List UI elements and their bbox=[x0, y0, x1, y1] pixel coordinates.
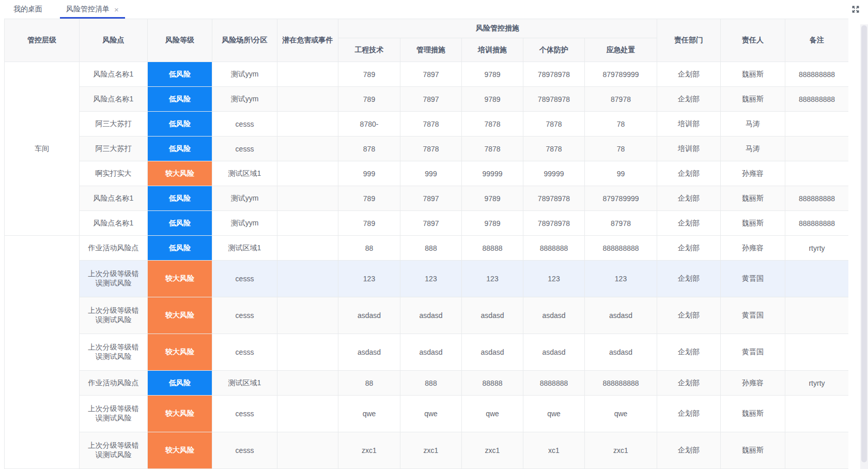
measure-emergency-cell: 879789999 bbox=[585, 186, 657, 211]
header-risk-area: 风险场所\分区 bbox=[212, 19, 277, 62]
measure-emergency-cell: zxc1 bbox=[585, 432, 657, 469]
risk-level-badge: 较大风险 bbox=[148, 396, 212, 432]
measure-engineering-cell: 878 bbox=[338, 137, 400, 161]
measure-protection-cell: 78978978 bbox=[523, 62, 585, 87]
header-person: 责任人 bbox=[721, 19, 785, 62]
risk-point-cell: 风险点名称1 bbox=[80, 186, 148, 211]
measure-training-cell: qwe bbox=[462, 396, 523, 432]
department-cell: 企划部 bbox=[657, 87, 721, 112]
measure-engineering-cell: 789 bbox=[338, 186, 400, 211]
measure-management-cell: asdasd bbox=[400, 297, 462, 334]
measure-engineering-cell: 789 bbox=[338, 211, 400, 236]
risk-area-cell: cesss bbox=[212, 112, 277, 137]
risk-point-cell: 上次分级等级错误测试风险 bbox=[80, 396, 148, 432]
tab-risk-control-list-label: 风险管控清单 bbox=[66, 5, 110, 14]
remark-cell bbox=[785, 161, 849, 186]
risk-point-cell: 上次分级等级错误测试风险 bbox=[80, 334, 148, 371]
remark-cell bbox=[785, 334, 849, 371]
potential-hazard-cell bbox=[277, 432, 338, 469]
remark-cell: 888888888 bbox=[785, 186, 849, 211]
table-row[interactable]: 阿三大苏打低风险cesss87878787878787878培训部马涛 bbox=[5, 137, 849, 161]
measure-training-cell: zxc1 bbox=[462, 432, 523, 469]
header-measure-management: 管理措施 bbox=[400, 38, 462, 62]
table-row[interactable]: 风险点名称1低风险测试yym789789797897897897887978企划… bbox=[5, 211, 849, 236]
risk-control-table: 管控层级 风险点 风险等级 风险场所\分区 潜在危害或事件 风险管控措施 责任部… bbox=[4, 19, 848, 469]
person-cell: 孙雍容 bbox=[721, 161, 785, 186]
table-row[interactable]: 车间风险点名称1低风险测试yym789789797897897897887978… bbox=[5, 62, 849, 87]
department-cell: 企划部 bbox=[657, 261, 721, 297]
risk-point-cell: 上次分级等级错误测试风险 bbox=[80, 432, 148, 469]
person-cell: 马涛 bbox=[721, 137, 785, 161]
measure-protection-cell: 8888888 bbox=[523, 371, 585, 396]
remark-cell bbox=[785, 396, 849, 432]
person-cell: 孙雍容 bbox=[721, 236, 785, 261]
vertical-scrollbar-thumb[interactable] bbox=[861, 25, 867, 462]
measure-protection-cell: asdasd bbox=[523, 297, 585, 334]
measure-training-cell: 88888 bbox=[462, 236, 523, 261]
measure-training-cell: asdasd bbox=[462, 334, 523, 371]
risk-level-badge: 低风险 bbox=[148, 62, 212, 87]
measure-emergency-cell: asdasd bbox=[585, 334, 657, 371]
table-row[interactable]: 作业活动风险点低风险测试区域18888888888888888888888888… bbox=[5, 236, 849, 261]
measure-protection-cell: asdasd bbox=[523, 334, 585, 371]
department-cell: 企划部 bbox=[657, 297, 721, 334]
header-potential-hazard: 潜在危害或事件 bbox=[277, 19, 338, 62]
potential-hazard-cell bbox=[277, 261, 338, 297]
measure-training-cell: asdasd bbox=[462, 297, 523, 334]
department-cell: 企划部 bbox=[657, 334, 721, 371]
risk-area-cell: 测试区域1 bbox=[212, 371, 277, 396]
measure-management-cell: 7897 bbox=[400, 211, 462, 236]
measure-emergency-cell: 99 bbox=[585, 161, 657, 186]
table-row[interactable]: 上次分级等级错误测试风险较大风险cessszxc1zxc1zxc1xc1zxc1… bbox=[5, 432, 849, 469]
risk-area-cell: 测试区域1 bbox=[212, 236, 277, 261]
potential-hazard-cell bbox=[277, 236, 338, 261]
department-cell: 企划部 bbox=[657, 186, 721, 211]
table-row[interactable]: 上次分级等级错误测试风险较大风险cesssqweqweqweqweqwe企划部魏… bbox=[5, 396, 849, 432]
measure-training-cell: 9789 bbox=[462, 87, 523, 112]
measure-emergency-cell: 888888888 bbox=[585, 371, 657, 396]
risk-area-cell: cesss bbox=[212, 334, 277, 371]
measure-management-cell: 888 bbox=[400, 371, 462, 396]
person-cell: 马涛 bbox=[721, 112, 785, 137]
measure-management-cell: 7897 bbox=[400, 186, 462, 211]
remark-cell bbox=[785, 137, 849, 161]
table-row[interactable]: 风险点名称1低风险测试yym789789797897897897887978企划… bbox=[5, 87, 849, 112]
close-tab-icon[interactable]: × bbox=[114, 6, 119, 13]
person-cell: 黄晋国 bbox=[721, 297, 785, 334]
risk-area-cell: cesss bbox=[212, 261, 277, 297]
risk-area-cell: 测试区域1 bbox=[212, 161, 277, 186]
table-row[interactable]: 上次分级等级错误测试风险较大风险cesss123123123123123企划部黄… bbox=[5, 261, 849, 297]
measure-management-cell: 123 bbox=[400, 261, 462, 297]
measure-management-cell: asdasd bbox=[400, 334, 462, 371]
measure-emergency-cell: asdasd bbox=[585, 297, 657, 334]
person-cell: 魏丽斯 bbox=[721, 186, 785, 211]
measure-emergency-cell: 888888888 bbox=[585, 236, 657, 261]
measure-training-cell: 88888 bbox=[462, 371, 523, 396]
measure-training-cell: 9789 bbox=[462, 62, 523, 87]
risk-area-cell: cesss bbox=[212, 432, 277, 469]
fullscreen-expand-icon[interactable] bbox=[851, 5, 860, 13]
measure-engineering-cell: 999 bbox=[338, 161, 400, 186]
measure-training-cell: 99999 bbox=[462, 161, 523, 186]
table-row[interactable]: 上次分级等级错误测试风险较大风险cesssasdasdasdasdasdasda… bbox=[5, 297, 849, 334]
table-row[interactable]: 上次分级等级错误测试风险较大风险cesssasdasdasdasdasdasda… bbox=[5, 334, 849, 371]
vertical-scrollbar[interactable] bbox=[860, 24, 868, 469]
risk-point-cell: 作业活动风险点 bbox=[80, 236, 148, 261]
table-row[interactable]: 阿三大苏打低风险cesss8780-78787878787878培训部马涛 bbox=[5, 112, 849, 137]
tab-risk-control-list[interactable]: 风险管控清单 × bbox=[63, 0, 122, 19]
remark-cell: 888888888 bbox=[785, 211, 849, 236]
department-cell: 企划部 bbox=[657, 396, 721, 432]
risk-area-cell: 测试yym bbox=[212, 62, 277, 87]
risk-level-badge: 较大风险 bbox=[148, 432, 212, 469]
table-row[interactable]: 啊实打实大较大风险测试区域1999999999999999999企划部孙雍容 bbox=[5, 161, 849, 186]
measure-engineering-cell: asdasd bbox=[338, 334, 400, 371]
tab-my-desktop[interactable]: 我的桌面 bbox=[10, 0, 45, 19]
header-risk-level: 风险等级 bbox=[148, 19, 212, 62]
table-row[interactable]: 作业活动风险点低风险测试区域18888888888888888888888888… bbox=[5, 371, 849, 396]
table-row[interactable]: 风险点名称1低风险测试yym78978979789789789788797899… bbox=[5, 186, 849, 211]
remark-cell bbox=[785, 112, 849, 137]
measure-emergency-cell: 87978 bbox=[585, 211, 657, 236]
table-header: 管控层级 风险点 风险等级 风险场所\分区 潜在危害或事件 风险管控措施 责任部… bbox=[5, 19, 849, 62]
header-measures-group: 风险管控措施 bbox=[338, 19, 657, 38]
risk-point-cell: 阿三大苏打 bbox=[80, 112, 148, 137]
